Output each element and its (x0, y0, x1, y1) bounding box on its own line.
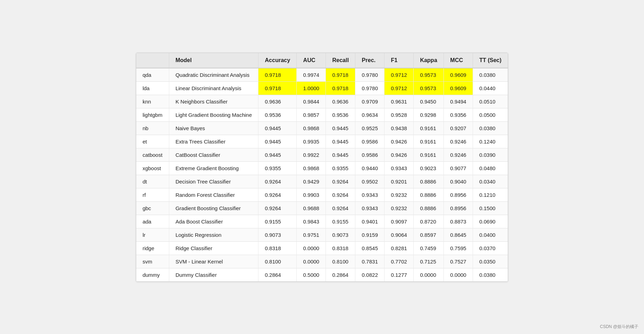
cell-id: qda (136, 68, 169, 82)
cell-accuracy: 0.8100 (258, 255, 297, 268)
cell-id: lightgbm (136, 108, 169, 121)
cell-prec: 0.8545 (355, 241, 385, 255)
cell-auc: 0.0000 (297, 241, 326, 255)
cell-tt: 0.0440 (473, 81, 508, 95)
cell-tt: 0.0390 (473, 148, 508, 161)
cell-mcc: 0.7527 (444, 255, 473, 268)
cell-model: Random Forest Classifier (169, 188, 258, 201)
cell-f1: 0.9438 (385, 121, 414, 135)
cell-auc: 0.9751 (297, 228, 326, 241)
cell-tt: 0.0510 (473, 95, 508, 108)
cell-model: Ada Boost Classifier (169, 215, 258, 228)
cell-f1: 0.9426 (385, 148, 414, 161)
cell-recall: 0.2864 (326, 268, 355, 281)
cell-tt: 0.0500 (473, 108, 508, 121)
cell-recall: 0.9073 (326, 228, 355, 241)
table-row: etExtra Trees Classifier0.94450.99350.94… (136, 135, 508, 148)
cell-recall: 0.9155 (326, 215, 355, 228)
cell-kappa: 0.0000 (414, 268, 444, 281)
cell-f1: 0.9232 (385, 201, 414, 215)
cell-prec: 0.9525 (355, 121, 385, 135)
cell-kappa: 0.8886 (414, 175, 444, 188)
col-header-prec: Prec. (355, 53, 385, 68)
cell-mcc: 0.9246 (444, 148, 473, 161)
cell-recall: 0.9264 (326, 201, 355, 215)
table-row: lightgbmLight Gradient Boosting Machine0… (136, 108, 508, 121)
col-header-tt: TT (Sec) (473, 53, 508, 68)
cell-model: Gradient Boosting Classifier (169, 201, 258, 215)
cell-id: lr (136, 228, 169, 241)
cell-prec: 0.9780 (355, 68, 385, 82)
table-row: dtDecision Tree Classifier0.92640.94290.… (136, 175, 508, 188)
cell-f1: 0.9631 (385, 95, 414, 108)
cell-auc: 0.5000 (297, 268, 326, 281)
cell-accuracy: 0.9445 (258, 135, 297, 148)
cell-id: knn (136, 95, 169, 108)
cell-recall: 0.9636 (326, 95, 355, 108)
cell-id: gbc (136, 201, 169, 215)
cell-tt: 0.0690 (473, 215, 508, 228)
cell-f1: 0.7702 (385, 255, 414, 268)
cell-id: dt (136, 175, 169, 188)
cell-f1: 0.9426 (385, 135, 414, 148)
cell-auc: 0.9429 (297, 175, 326, 188)
cell-tt: 0.0400 (473, 228, 508, 241)
cell-id: lda (136, 81, 169, 95)
cell-mcc: 0.8873 (444, 215, 473, 228)
cell-id: dummy (136, 268, 169, 281)
cell-prec: 0.9440 (355, 161, 385, 175)
cell-f1: 0.1277 (385, 268, 414, 281)
cell-id: xgboost (136, 161, 169, 175)
cell-accuracy: 0.8318 (258, 241, 297, 255)
cell-kappa: 0.9161 (414, 121, 444, 135)
cell-accuracy: 0.9536 (258, 108, 297, 121)
cell-accuracy: 0.9264 (258, 188, 297, 201)
cell-tt: 0.0350 (473, 255, 508, 268)
cell-model: Decision Tree Classifier (169, 175, 258, 188)
cell-kappa: 0.9023 (414, 161, 444, 175)
cell-f1: 0.9201 (385, 175, 414, 188)
cell-tt: 0.0380 (473, 268, 508, 281)
cell-mcc: 0.9494 (444, 95, 473, 108)
cell-model: Dummy Classifier (169, 268, 258, 281)
table-row: gbcGradient Boosting Classifier0.92640.9… (136, 201, 508, 215)
table-row: lrLogistic Regression0.90730.97510.90730… (136, 228, 508, 241)
cell-model: Extra Trees Classifier (169, 135, 258, 148)
cell-tt: 0.1210 (473, 188, 508, 201)
cell-kappa: 0.7125 (414, 255, 444, 268)
cell-kappa: 0.7459 (414, 241, 444, 255)
cell-kappa: 0.8886 (414, 188, 444, 201)
cell-tt: 0.1240 (473, 135, 508, 148)
cell-auc: 0.9935 (297, 135, 326, 148)
cell-model: Extreme Gradient Boosting (169, 161, 258, 175)
cell-f1: 0.9528 (385, 108, 414, 121)
cell-prec: 0.7831 (355, 255, 385, 268)
cell-model: Light Gradient Boosting Machine (169, 108, 258, 121)
cell-recall: 0.8100 (326, 255, 355, 268)
table-row: adaAda Boost Classifier0.91550.98430.915… (136, 215, 508, 228)
cell-auc: 0.9868 (297, 121, 326, 135)
cell-prec: 0.9780 (355, 81, 385, 95)
cell-kappa: 0.9573 (414, 81, 444, 95)
table-row: svmSVM - Linear Kernel0.81000.00000.8100… (136, 255, 508, 268)
cell-auc: 1.0000 (297, 81, 326, 95)
cell-prec: 0.9401 (355, 215, 385, 228)
col-header-accuracy: Accuracy (258, 53, 297, 68)
cell-model: Linear Discriminant Analysis (169, 81, 258, 95)
table-row: ridgeRidge Classifier0.83180.00000.83180… (136, 241, 508, 255)
cell-mcc: 0.9609 (444, 68, 473, 82)
cell-model: Logistic Regression (169, 228, 258, 241)
cell-model: Ridge Classifier (169, 241, 258, 255)
cell-model: Quadratic Discriminant Analysis (169, 68, 258, 82)
cell-model: K Neighbors Classifier (169, 95, 258, 108)
cell-recall: 0.9718 (326, 68, 355, 82)
table-header-row: Model Accuracy AUC Recall Prec. F1 Kappa… (136, 53, 508, 68)
col-header-kappa: Kappa (414, 53, 444, 68)
cell-kappa: 0.9450 (414, 95, 444, 108)
table-row: nbNaive Bayes0.94450.98680.94450.95250.9… (136, 121, 508, 135)
cell-f1: 0.9232 (385, 188, 414, 201)
cell-accuracy: 0.9073 (258, 228, 297, 241)
col-header-auc: AUC (297, 53, 326, 68)
cell-mcc: 0.9207 (444, 121, 473, 135)
cell-auc: 0.9843 (297, 215, 326, 228)
